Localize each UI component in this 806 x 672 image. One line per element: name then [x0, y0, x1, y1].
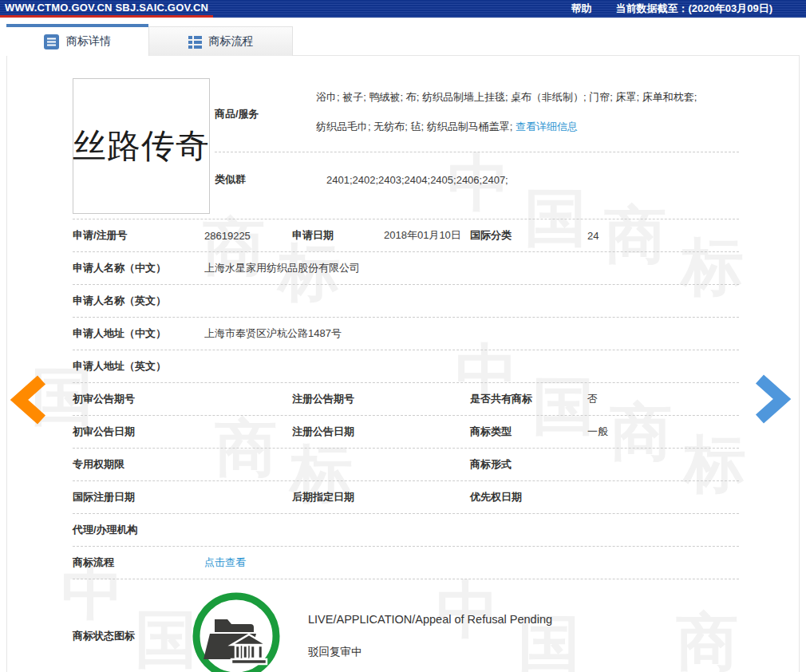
- trademark-form-label: 商标形式: [470, 457, 587, 472]
- table-row: 申请人地址（中文） 上海市奉贤区沪杭公路1487号: [73, 318, 739, 350]
- trademark-name: 丝路传奇: [73, 124, 210, 168]
- detail-panel: 中 国 商 标 商 标 国 中 国 商 标 商 标 中 国 中 国 商 丝路传奇…: [6, 55, 800, 672]
- intl-reg-date-label: 国际注册日期: [73, 490, 204, 504]
- trademark-detail-page: WWW.CTMO.GOV.CN SBJ.SAIC.GOV.CN 帮助 当前数据截…: [0, 0, 806, 672]
- table-row: 初审公告期号 注册公告期号 是否共有商标 否: [73, 383, 739, 416]
- goods-services-value: 浴巾; 被子; 鸭绒被; 布; 纺织品制墙上挂毯; 桌布（非纸制）; 门帘; 床…: [316, 89, 739, 152]
- status-line-en: LIVE/APPLICATION/Appeal of Refusal Pendi…: [308, 613, 739, 626]
- fields-table: 申请/注册号 28619225 申请日期 2018年01月10日 国际分类 24…: [73, 219, 739, 579]
- table-row: 申请/注册号 28619225 申请日期 2018年01月10日 国际分类 24: [73, 219, 739, 252]
- shared-trademark-value: 否: [587, 392, 739, 406]
- prelim-gazette-no-label: 初审公告期号: [73, 392, 204, 406]
- tab-bar: 商标详情 商标流程: [0, 18, 806, 55]
- help-link[interactable]: 帮助: [571, 2, 592, 16]
- intl-class-label: 国际分类: [470, 228, 587, 243]
- applicant-name-cn-label: 申请人名称（中文）: [73, 261, 204, 275]
- applicant-address-en-label: 申请人地址（英文）: [73, 359, 204, 374]
- table-row: 商标流程 点击查看: [73, 547, 739, 579]
- goods-services-label: 商品/服务: [215, 89, 316, 152]
- document-icon: [44, 34, 59, 49]
- previous-record-arrow[interactable]: [10, 375, 48, 425]
- table-row: 初审公告日期 注册公告日期 商标类型 一般: [73, 416, 739, 449]
- list-icon: [188, 35, 202, 49]
- table-row: 申请人名称（英文）: [73, 285, 739, 318]
- data-cutoff-date: 当前数据截至：(2020年03月09日): [616, 2, 773, 16]
- status-text: LIVE/APPLICATION/Appeal of Refusal Pendi…: [308, 613, 739, 659]
- click-to-view-link[interactable]: 点击查看: [204, 556, 246, 568]
- chevron-right-icon: [753, 374, 792, 424]
- application-date-value: 2018年01月10日: [384, 228, 470, 243]
- application-date-label: 申请日期: [292, 228, 384, 243]
- goods-line-1: 浴巾; 被子; 鸭绒被; 布; 纺织品制墙上挂毯; 桌布（非纸制）; 门帘; 床…: [316, 89, 739, 105]
- goods-line-2: 纺织品毛巾; 无纺布; 毡; 纺织品制马桶盖罩;: [316, 121, 512, 132]
- status-line-cn: 驳回复审中: [308, 645, 739, 659]
- applicant-address-cn-label: 申请人地址（中文）: [73, 326, 204, 341]
- subsequent-designation-date-label: 后期指定日期: [292, 490, 384, 504]
- application-number-value: 28619225: [204, 230, 292, 242]
- applicant-address-cn-value: 上海市奉贤区沪杭公路1487号: [204, 326, 739, 341]
- site-title: WWW.CTMO.GOV.CN SBJ.SAIC.GOV.CN: [0, 0, 213, 18]
- status-icon-label: 商标状态图标: [73, 629, 191, 643]
- reg-gazette-date-label: 注册公告日期: [292, 425, 384, 439]
- applicant-name-cn-value: 上海水星家用纺织品股份有限公司: [204, 261, 739, 275]
- topbar: WWW.CTMO.GOV.CN SBJ.SAIC.GOV.CN 帮助 当前数据截…: [0, 0, 806, 18]
- status-row: 商标状态图标 LIVE/APPLICATION/Appeal: [73, 579, 739, 672]
- tab-trademark-process[interactable]: 商标流程: [148, 26, 293, 56]
- shared-trademark-label: 是否共有商标: [470, 392, 587, 406]
- applicant-name-en-label: 申请人名称（英文）: [73, 294, 204, 308]
- next-record-arrow[interactable]: [753, 374, 792, 424]
- similar-group-label: 类似群: [215, 172, 326, 187]
- similar-group-value: 2401;2402;2403;2404;2405;2406;2407;: [326, 174, 739, 186]
- table-row: 申请人名称（中文） 上海水星家用纺织品股份有限公司: [73, 252, 739, 285]
- table-row: 专用权期限 商标形式: [73, 449, 739, 481]
- reg-gazette-no-label: 注册公告期号: [292, 392, 384, 406]
- chevron-left-icon: [10, 375, 48, 425]
- view-details-link[interactable]: 查看详细信息: [516, 121, 578, 132]
- table-row: 代理/办理机构: [73, 514, 739, 547]
- priority-date-label: 优先权日期: [470, 490, 587, 504]
- trademark-status-icon: [191, 591, 282, 672]
- trademark-image: 丝路传奇: [73, 78, 210, 214]
- prelim-gazette-date-label: 初审公告日期: [73, 425, 204, 439]
- exclusive-right-period-label: 专用权期限: [73, 457, 204, 472]
- intl-class-value: 24: [587, 230, 739, 242]
- trademark-type-value: 一般: [587, 425, 739, 439]
- tab-label: 商标流程: [209, 34, 254, 49]
- table-row: 国际注册日期 后期指定日期 优先权日期: [73, 481, 739, 514]
- tab-label: 商标详情: [66, 34, 111, 49]
- tab-trademark-details[interactable]: 商标详情: [6, 24, 148, 56]
- application-number-label: 申请/注册号: [73, 228, 204, 243]
- agency-label: 代理/办理机构: [73, 523, 204, 537]
- trademark-summary: 丝路传奇 商品/服务 浴巾; 被子; 鸭绒被; 布; 纺织品制墙上挂毯; 桌布（…: [73, 56, 799, 214]
- table-row: 申请人地址（英文）: [73, 350, 739, 383]
- trademark-type-label: 商标类型: [470, 425, 587, 439]
- trademark-process-label: 商标流程: [73, 555, 204, 570]
